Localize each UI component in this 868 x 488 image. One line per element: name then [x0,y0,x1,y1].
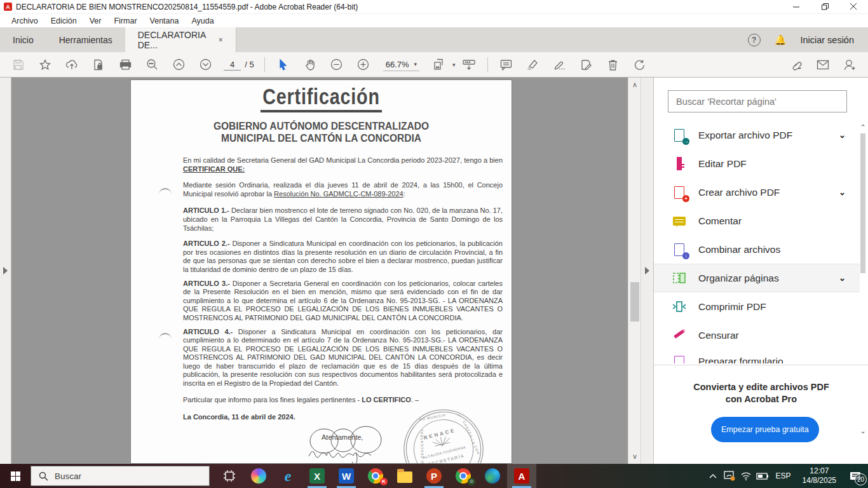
doc-body: En mi calidad de Secretaria General del … [183,156,503,442]
tray-display-icon[interactable] [721,464,738,488]
taskbar-search[interactable]: Buscar [31,466,210,486]
tool-organize-pages[interactable]: Organizar páginas ⌄ [654,264,860,292]
start-button[interactable] [0,464,31,488]
menu-ventana[interactable]: Ventana [145,15,184,27]
tab-document[interactable]: DECLARATORIA DE... × [125,27,236,52]
taskbar-excel[interactable]: X [302,464,332,488]
restore-button[interactable] [811,0,839,14]
menu-ver[interactable]: Ver [85,15,107,27]
chevron-down-icon[interactable]: ⌄ [839,130,846,140]
minimize-button[interactable] [782,0,811,14]
edge-icon [485,468,500,484]
zoom-in-icon[interactable] [354,55,373,74]
close-button[interactable] [839,0,868,14]
menu-edicion[interactable]: Edición [46,15,82,27]
taskbar-copilot[interactable] [244,464,273,488]
sign-in-link[interactable]: Iniciar sesión [800,35,854,45]
star-icon[interactable] [36,55,55,74]
page-number-input[interactable]: 4 [224,59,241,71]
excel-icon: X [309,468,325,484]
cloud-upload-icon[interactable] [62,55,81,74]
tool-export-pdf[interactable]: → Exportar archivo PDF ⌄ [654,121,860,149]
scroll-down-icon[interactable]: ∨ [628,452,641,461]
search-tool-icon[interactable] [142,55,161,74]
doc-paragraph: ARTICULO 1.- Declarar bien mostrenco el … [183,207,503,233]
menu-firmar[interactable]: Firmar [109,15,142,27]
prepare-form-icon [672,355,687,363]
start-free-trial-button[interactable]: Empezar prueba gratuita [711,417,819,442]
menu-archivo[interactable]: Archivo [6,15,43,27]
tool-compress-pdf[interactable]: Comprimir PDF [654,292,860,321]
action-center-button[interactable]: 20 [843,464,868,488]
pdf-page[interactable]: Certificación GOBIERNO AUTÓNOMO DESCENTR… [130,79,512,464]
taskbar-powerpoint[interactable]: P [419,464,449,488]
taskbar-internet-explorer[interactable]: e [273,464,302,488]
taskbar-clock[interactable]: 12:07 14/8/2025 [803,466,836,485]
main-area: Certificación GOBIERNO AUTÓNOMO DESCENTR… [0,78,868,464]
sign-tool-icon[interactable] [550,55,569,74]
scroll-up-icon[interactable]: ∧ [628,81,641,89]
chevron-down-icon: ▾ [414,61,417,67]
tools-panel: → Exportar archivo PDF ⌄ Editar PDF + Cr… [653,78,868,464]
tools-search-input[interactable] [668,90,847,112]
save-icon[interactable] [9,55,28,74]
tab-inicio[interactable]: Inicio [0,27,46,52]
share-link-icon[interactable] [787,55,806,74]
notifications-bell-icon[interactable]: 🔔 [775,34,787,46]
tool-combine-files[interactable]: ↓ Combinar archivos [654,235,860,264]
zoom-level-dropdown[interactable]: 66.7% ▾ [383,58,419,71]
tray-wifi-icon[interactable] [738,464,754,488]
page-total-label: / 5 [245,60,254,69]
scrollbar-thumb[interactable] [630,282,639,322]
chevron-down-icon[interactable]: ⌄ [839,187,846,197]
add-account-icon[interactable] [840,55,859,74]
clock-time: 12:07 [803,466,836,476]
scrolling-mode-icon[interactable] [459,55,478,74]
fit-width-icon[interactable] [430,55,449,74]
search-icon [39,471,48,481]
help-icon[interactable]: ? [748,34,761,46]
previous-page-icon[interactable] [169,55,188,74]
taskbar-chrome-profile1[interactable]: K [361,464,390,488]
highlighter-tool-icon[interactable] [524,55,543,74]
taskbar-acrobat[interactable]: A [507,464,536,488]
scroll-up-icon[interactable]: ⌃ [859,123,867,132]
fill-sign-icon[interactable] [577,55,596,74]
tool-prepare-form[interactable]: Preparar formulario [654,349,860,363]
menu-ayuda[interactable]: Ayuda [186,15,219,27]
taskbar-edge[interactable] [478,464,507,488]
taskbar-file-explorer[interactable] [390,464,419,488]
chevron-down-icon[interactable]: ⌄ [839,273,846,283]
tool-redact[interactable]: Censurar [654,321,860,349]
tool-comment[interactable]: Comentar [654,207,860,235]
comment-tool-icon[interactable] [497,55,516,74]
document-scrollbar[interactable]: ∧ ∨ [628,78,641,464]
language-indicator[interactable]: ESP [776,471,791,480]
tool-create-pdf[interactable]: + Crear archivo PDF ⌄ [654,178,860,207]
print-icon[interactable] [116,55,135,74]
collapse-tools-pane-icon[interactable] [645,267,649,274]
zoom-out-icon[interactable] [327,55,346,74]
taskbar-word[interactable]: W [332,464,361,488]
select-tool-icon[interactable] [274,55,293,74]
open-nav-pane-icon[interactable] [3,267,8,274]
delete-pages-icon[interactable] [604,55,623,74]
tool-edit-pdf[interactable]: Editar PDF [654,149,860,178]
internet-explorer-icon: e [285,468,292,485]
tab-close-icon[interactable]: × [219,36,223,44]
next-page-icon[interactable] [196,55,215,74]
nav-pane-strip [0,78,11,464]
tray-expand-chevron-icon[interactable] [705,464,721,488]
hand-tool-icon[interactable] [301,55,320,74]
export-lock-icon[interactable] [89,55,108,74]
rotate-pages-icon[interactable] [630,55,649,74]
tab-herramientas[interactable]: Herramientas [46,27,125,52]
task-view-button[interactable] [215,464,244,488]
scrollbar-thumb[interactable] [860,133,865,273]
scroll-down-icon[interactable]: ⌄ [859,427,867,435]
taskbar-chrome-profile2[interactable]: ☺ [449,464,478,488]
email-icon[interactable] [813,55,832,74]
tray-battery-icon[interactable] [754,464,771,488]
edit-pdf-icon [672,156,687,172]
fit-width-chevron-icon[interactable]: ▾ [452,62,456,68]
